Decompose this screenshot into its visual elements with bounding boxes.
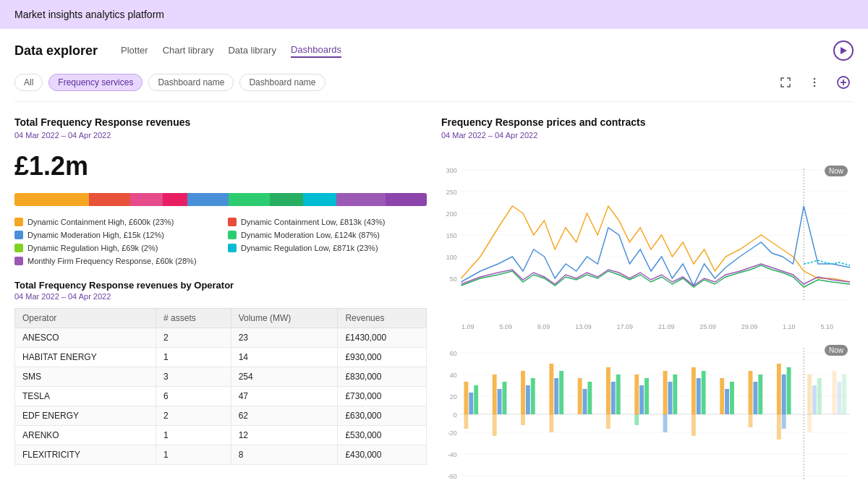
tab-plotter[interactable]: Plotter — [121, 45, 148, 57]
freq-panel-date: 04 Mar 2022 – 04 Apr 2022 — [441, 131, 854, 140]
svg-rect-37 — [469, 393, 473, 414]
top-chart-x-labels: 1.09 5.09 9.09 13.09 17.09 21.09 25.09 2… — [441, 322, 854, 330]
cell-assets: 6 — [156, 387, 231, 406]
svg-rect-81 — [777, 414, 781, 440]
legend-label-2: Dynamic Containment Low, £813k (43%) — [241, 218, 385, 226]
right-panel: Frequency Response prices and contracts … — [441, 116, 854, 488]
cell-revenues: £730,000 — [338, 387, 427, 406]
bottom-bar-chart: Now 60 40 20 0 — [441, 342, 854, 488]
svg-rect-75 — [753, 382, 757, 414]
data-explorer-title: Data explorer — [14, 43, 98, 59]
more-options-icon[interactable] — [804, 72, 825, 93]
svg-text:200: 200 — [446, 210, 457, 218]
legend-item-6: Dynamic Regulation Low, £871k (23%) — [228, 244, 427, 252]
legend-label-4: Dynamic Moderation Low, £124k (87%) — [241, 231, 380, 239]
cell-revenues: £630,000 — [338, 406, 427, 426]
legend-item-7: Monthly Firm Frequency Response, £60k (2… — [14, 257, 213, 265]
filter-frequency-services[interactable]: Frequency services — [48, 74, 142, 91]
legend-item-3: Dynamic Moderation High, £15k (12%) — [14, 231, 213, 239]
filter-dashboard-name-1[interactable]: Dashboard name — [148, 74, 234, 91]
bar-segment-2 — [89, 193, 130, 206]
svg-rect-52 — [578, 378, 582, 414]
svg-text:20: 20 — [450, 393, 457, 401]
bar-segment-5 — [187, 193, 229, 206]
cell-volume: 254 — [231, 367, 338, 387]
legend-dot-4 — [228, 231, 237, 239]
svg-rect-54 — [587, 382, 592, 414]
col-operator: Operator — [15, 309, 156, 328]
play-button[interactable] — [833, 40, 854, 61]
freq-panel-title: Frequency Response prices and contracts — [441, 116, 854, 128]
cell-volume: 23 — [231, 328, 338, 348]
nav-tabs: Plotter Chart library Data library Dashb… — [121, 44, 341, 58]
svg-rect-87 — [833, 371, 837, 414]
cell-operator: HABITAT ENERGY — [15, 348, 156, 367]
cell-assets: 1 — [156, 348, 231, 367]
svg-rect-57 — [616, 374, 621, 414]
now-badge-bottom: Now — [825, 345, 848, 356]
x-label-9: 1.10 — [783, 323, 796, 330]
svg-rect-46 — [531, 378, 535, 414]
svg-text:-60: -60 — [448, 473, 457, 480]
legend-dot-7 — [14, 257, 23, 265]
svg-marker-0 — [841, 47, 847, 54]
legend-label-5: Dynamic Regulation High, £69k (2%) — [27, 244, 158, 252]
expand-icon[interactable] — [775, 72, 796, 93]
svg-rect-80 — [787, 367, 791, 414]
svg-rect-66 — [663, 414, 668, 432]
svg-rect-43 — [493, 414, 497, 436]
x-label-1: 1.09 — [461, 323, 475, 330]
right-panel-header: Frequency Response prices and contracts … — [441, 116, 854, 151]
legend-dot-1 — [14, 218, 23, 226]
bar-segment-6 — [229, 193, 270, 206]
svg-rect-36 — [464, 382, 468, 414]
svg-rect-51 — [549, 414, 553, 432]
filter-all[interactable]: All — [14, 74, 43, 91]
svg-rect-72 — [725, 389, 729, 414]
svg-rect-48 — [549, 364, 553, 414]
svg-text:40: 40 — [450, 372, 457, 379]
content-grid: Total Frequency Response revenues 04 Mar… — [14, 116, 854, 488]
svg-text:-20: -20 — [448, 429, 457, 437]
svg-rect-49 — [554, 378, 558, 414]
svg-rect-84 — [812, 385, 817, 414]
svg-rect-69 — [702, 371, 706, 414]
bottom-chart-svg: 60 40 20 0 -20 -40 -60 — [441, 342, 854, 487]
table-row: HABITAT ENERGY 1 14 £930,000 — [15, 348, 427, 367]
table-row: ANESCO 2 23 £1430,000 — [15, 328, 427, 348]
svg-rect-61 — [644, 378, 649, 414]
x-label-7: 25.09 — [699, 323, 716, 330]
cell-assets: 3 — [156, 367, 231, 387]
bottom-chart-area: Now 60 40 20 0 — [441, 342, 854, 488]
top-chart-area: Now 300 250 200 150 — [441, 163, 854, 322]
svg-rect-64 — [668, 382, 673, 414]
tab-dashboards[interactable]: Dashboards — [291, 44, 341, 58]
legend-label-3: Dynamic Moderation High, £15k (12%) — [27, 231, 164, 239]
cell-operator: ARENKO — [15, 426, 156, 445]
svg-rect-44 — [521, 371, 525, 414]
cell-assets: 1 — [156, 445, 231, 465]
cell-assets: 2 — [156, 406, 231, 426]
main-container: Data explorer Plotter Chart library Data… — [0, 29, 868, 488]
x-label-10: 5.10 — [820, 323, 833, 330]
cell-revenues: £830,000 — [338, 367, 427, 387]
cell-operator: TESLA — [15, 387, 156, 406]
svg-rect-68 — [697, 378, 701, 414]
svg-rect-79 — [782, 374, 786, 414]
add-icon[interactable] — [833, 72, 854, 93]
cell-revenues: £430,000 — [338, 445, 427, 465]
tab-data-library[interactable]: Data library — [228, 45, 276, 57]
cell-revenues: £1430,000 — [338, 328, 427, 348]
filter-row: All Frequency services Dashboard name Da… — [14, 72, 854, 102]
cell-operator: FLEXITRICITY — [15, 445, 156, 465]
svg-rect-78 — [777, 364, 781, 414]
table-row: SMS 3 254 £830,000 — [15, 367, 427, 387]
table-row: FLEXITRICITY 1 8 £430,000 — [15, 445, 427, 465]
tab-chart-library[interactable]: Chart library — [163, 45, 214, 57]
col-volume: Volume (MW) — [231, 309, 338, 328]
svg-rect-76 — [758, 374, 762, 414]
filter-dashboard-name-2[interactable]: Dashboard name — [239, 74, 325, 91]
svg-rect-40 — [493, 374, 497, 414]
revenue-legend: Dynamic Containment High, £600k (23%) Dy… — [14, 218, 427, 265]
svg-text:0: 0 — [454, 411, 457, 419]
